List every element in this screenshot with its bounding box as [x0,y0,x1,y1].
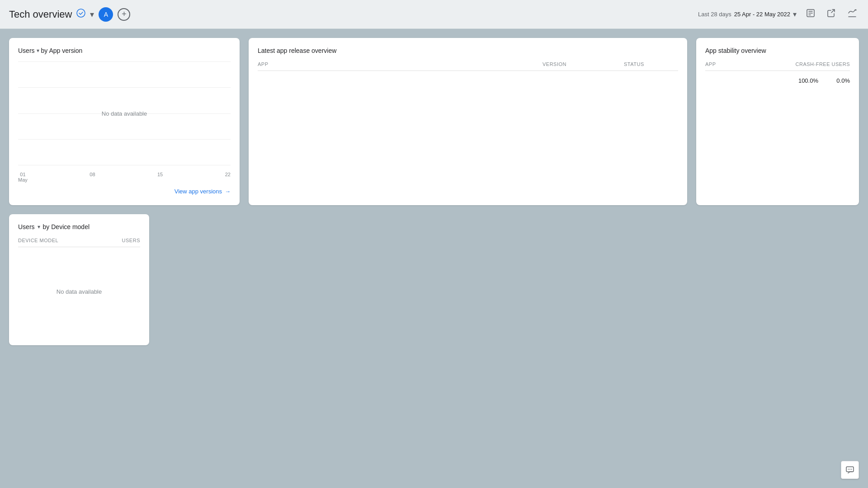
avatar[interactable]: A [99,7,113,22]
header: Tech overview ▾ A + Last 28 days 25 Apr … [0,0,868,29]
latest-release-card: Latest app release overview APP VERSION … [249,38,687,205]
app-version-by: by App version [41,47,83,54]
date-label: Last 28 days [698,11,731,18]
verified-icon [76,9,85,20]
release-table-header: APP VERSION STATUS [258,61,678,71]
stability-col-crash-free: CRASH-FREE USERS [769,61,850,67]
share-icon[interactable] [825,6,838,22]
device-metric: Users [18,223,35,230]
edit-icon[interactable] [804,6,817,22]
view-link-text: View app versions [175,188,222,195]
release-col-version: VERSION [542,61,624,67]
x-label-1: 01 May [18,172,28,183]
stability-card: App stability overview APP CRASH-FREE US… [696,38,859,205]
latest-release-title: Latest app release overview [258,47,678,54]
page-title: Tech overview [9,9,72,20]
svg-point-6 [851,469,852,470]
device-by: by Device model [43,223,90,230]
x-label-2: 08 [90,172,95,183]
header-right: Last 28 days 25 Apr - 22 May 2022 ▾ [698,6,859,22]
analytics-icon[interactable] [845,6,859,22]
device-model-card: Users ▾ by Device model DEVICE MODEL USE… [9,214,149,345]
date-dropdown-icon[interactable]: ▾ [793,10,797,19]
stability-data-row: 100.0% 0.0% [705,75,850,87]
chart-area: No data available [18,61,231,165]
bottom-row: Users ▾ by Device model DEVICE MODEL USE… [9,214,859,345]
svg-point-4 [848,469,849,470]
device-no-data: No data available [18,251,140,332]
add-button[interactable]: + [118,8,130,21]
view-app-versions-link[interactable]: View app versions → [18,188,231,195]
stability-title: App stability overview [705,47,850,54]
header-left: Tech overview ▾ A + [9,7,130,22]
view-link-arrow-icon: → [225,188,231,195]
date-range[interactable]: Last 28 days 25 Apr - 22 May 2022 ▾ [698,10,797,19]
chart-no-data: No data available [102,110,147,117]
stability-val-1: 100.0% [796,77,818,84]
main-content: Users ▾ by App version No data available… [0,29,868,354]
svg-point-2 [855,9,857,11]
app-version-dropdown-icon[interactable]: ▾ [37,47,39,54]
device-table-header: DEVICE MODEL USERS [18,238,140,247]
release-col-status: STATUS [624,61,678,67]
app-version-metric: Users [18,47,35,54]
device-model-title: Users ▾ by Device model [18,223,140,230]
device-col-users: USERS [122,238,140,243]
top-row: Users ▾ by App version No data available… [9,38,859,205]
device-dropdown-icon[interactable]: ▾ [38,224,40,230]
x-label-4: 22 [225,172,231,183]
date-value: 25 Apr - 22 May 2022 [734,11,790,18]
feedback-button[interactable] [841,461,859,479]
svg-point-5 [849,469,850,470]
release-col-app: APP [258,61,542,67]
device-col-model: DEVICE MODEL [18,238,122,243]
app-version-card: Users ▾ by App version No data available… [9,38,240,205]
svg-point-0 [77,9,85,17]
title-dropdown-icon[interactable]: ▾ [90,9,94,19]
stability-col-app: APP [705,61,769,67]
x-label-3: 15 [157,172,163,183]
stability-table-header: APP CRASH-FREE USERS [705,61,850,71]
app-version-title: Users ▾ by App version [18,47,231,54]
stability-val-2: 0.0% [827,77,850,84]
x-axis: 01 May 08 15 22 [18,168,231,183]
